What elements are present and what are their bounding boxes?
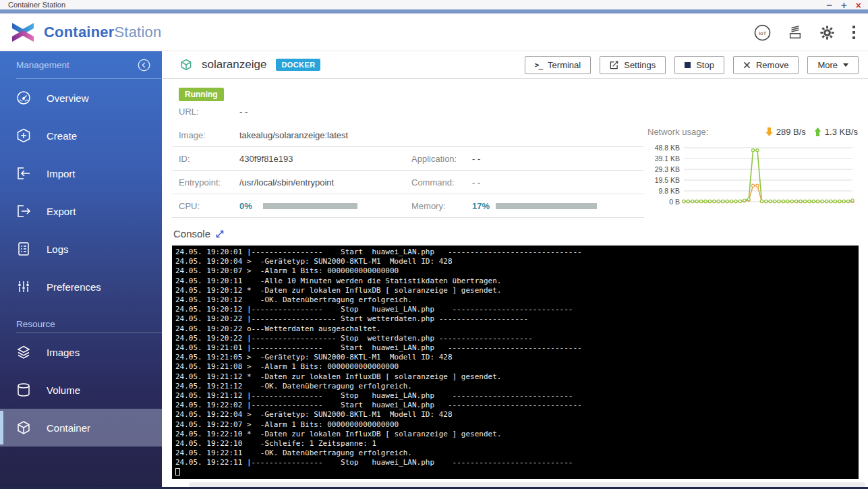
sidebar-item-label: Overview bbox=[47, 92, 89, 104]
create-hexagon-plus-icon bbox=[16, 127, 32, 144]
sidebar-item-volume[interactable]: Volume bbox=[0, 371, 162, 409]
console-output[interactable]: 24.05. 19:20:01 |---------------- Start … bbox=[172, 246, 859, 479]
edit-icon bbox=[610, 61, 618, 69]
app-header: ContainerStation IoT bbox=[0, 13, 868, 51]
entrypoint-value: /usr/local/sbin/entrypoint bbox=[239, 177, 334, 188]
url-label: URL: bbox=[179, 107, 239, 117]
console-line: 24.05. 19:20:12 |---------------- Stop h… bbox=[175, 305, 859, 314]
console-line: 24.05. 19:20:07 > -Alarm 1 Bits: 0000000… bbox=[175, 266, 859, 276]
detail-row-entrypoint: Entrypoint: /usr/local/sbin/entrypoint C… bbox=[172, 171, 644, 194]
command-value: - - bbox=[472, 177, 480, 188]
sidebar-item-import[interactable]: Import bbox=[0, 154, 162, 192]
svg-text:19.5 KB: 19.5 KB bbox=[655, 176, 680, 184]
gauge-icon bbox=[16, 90, 32, 106]
expand-console-icon[interactable] bbox=[215, 229, 225, 239]
id-value: 430f9f81e193 bbox=[239, 154, 293, 164]
sidebar-item-overview[interactable]: Overview bbox=[0, 79, 162, 117]
remove-button[interactable]: Remove bbox=[733, 56, 799, 74]
console-line: 24.05. 19:20:22 |------------------- Sta… bbox=[175, 314, 859, 324]
section-label-management: Management bbox=[16, 60, 69, 70]
console-line: 24.05. 19:21:08 > -Alarm 1 Bits: 0000000… bbox=[175, 362, 859, 372]
logs-document-icon bbox=[16, 241, 32, 257]
console-line: 24.05. 19:22:11 |---------------- Stop h… bbox=[175, 458, 859, 467]
entrypoint-label: Entrypoint: bbox=[179, 177, 239, 188]
window-controls: − + × bbox=[826, 0, 861, 11]
more-button[interactable]: More bbox=[807, 56, 859, 74]
sidebar: Management Overview Create bbox=[0, 51, 162, 489]
sidebar-item-label: Images bbox=[47, 347, 80, 358]
chevron-down-icon bbox=[843, 63, 848, 67]
sidebar-collapse-icon[interactable] bbox=[137, 58, 151, 72]
console-line: 24.05. 19:20:12 * -Daten zur lokalen Inf… bbox=[175, 286, 859, 295]
window-title: Container Station bbox=[8, 1, 65, 9]
svg-text:9.8 KB: 9.8 KB bbox=[658, 187, 680, 195]
detail-row-usage: CPU: 0% Memory: 17% bbox=[172, 194, 644, 218]
app-title: ContainerStation bbox=[44, 24, 161, 41]
application-label: Application: bbox=[411, 154, 472, 164]
memory-label: Memory: bbox=[411, 201, 472, 211]
sidebar-item-label: Container bbox=[47, 422, 90, 434]
sidebar-item-export[interactable]: Export bbox=[0, 192, 162, 230]
upload-arrow-icon bbox=[814, 127, 821, 136]
sidebar-item-container[interactable]: Container bbox=[0, 409, 162, 447]
sidebar-item-create[interactable]: Create bbox=[0, 117, 162, 154]
status-badge: Running bbox=[179, 88, 224, 101]
gear-icon[interactable] bbox=[819, 25, 835, 40]
container-cube-icon bbox=[179, 58, 193, 71]
sidebar-section-management: Management bbox=[0, 51, 162, 78]
console-line: 24.05. 19:21:12 |---------------- Stop h… bbox=[175, 391, 859, 401]
download-arrow-icon bbox=[765, 127, 773, 136]
download-rate: 289 B/s bbox=[765, 127, 806, 137]
upload-rate: 1.3 KB/s bbox=[814, 127, 858, 137]
main-content: solaranzeige DOCKER >_ Terminal Settings… bbox=[162, 51, 868, 489]
app-brand: ContainerStation bbox=[11, 13, 161, 51]
container-name: solaranzeige bbox=[202, 58, 266, 71]
sidebar-item-label: Export bbox=[47, 206, 76, 217]
import-icon bbox=[16, 165, 32, 181]
detail-row-image: Image: takealug/solaranzeige:latest bbox=[172, 123, 644, 147]
container-details: URL: - - Image: takealug/solaranzeige:la… bbox=[172, 100, 644, 218]
sidebar-item-preferences[interactable]: Preferences bbox=[0, 268, 162, 306]
id-label: ID: bbox=[179, 154, 239, 164]
detail-row-url: URL: - - bbox=[172, 100, 644, 123]
container-page-header: solaranzeige DOCKER >_ Terminal Settings… bbox=[162, 51, 868, 79]
console-line: 24.05. 19:22:10 -Schleife: 1 Zeitspanne:… bbox=[175, 439, 859, 449]
network-usage-label: Network usage: bbox=[647, 127, 708, 137]
console-line: 24.05. 19:20:22 |------------------- Sto… bbox=[175, 334, 859, 343]
maximize-button[interactable]: + bbox=[841, 0, 847, 11]
network-legend: 289 B/s 1.3 KB/s bbox=[765, 127, 858, 137]
more-menu-icon[interactable] bbox=[852, 25, 856, 40]
console-cursor bbox=[175, 468, 180, 476]
cube-icon bbox=[16, 420, 32, 436]
close-button[interactable]: × bbox=[856, 0, 861, 11]
cpu-progress-bar bbox=[263, 203, 357, 209]
sidebar-item-logs[interactable]: Logs bbox=[0, 230, 162, 268]
terminal-button[interactable]: >_ Terminal bbox=[525, 56, 591, 74]
container-station-window: Container Station − + × ContainerStati bbox=[0, 0, 868, 489]
sidebar-item-label: Preferences bbox=[47, 281, 101, 293]
console-line: 24.05. 19:20:22 o---Wetterdaten ausgesch… bbox=[175, 324, 859, 334]
sidebar-item-label: Import bbox=[47, 168, 76, 179]
svg-text:IoT: IoT bbox=[759, 30, 767, 36]
background-tasks-icon[interactable] bbox=[788, 25, 803, 40]
sidebar-gap bbox=[0, 306, 162, 315]
remove-x-icon bbox=[743, 61, 751, 69]
console-line: 24.05. 19:22:02 |---------------- Start … bbox=[175, 401, 859, 410]
iot-icon[interactable]: IoT bbox=[754, 24, 771, 41]
stop-button[interactable]: Stop bbox=[674, 56, 724, 74]
minimize-button[interactable]: − bbox=[826, 0, 832, 11]
console-line: 24.05. 19:21:12 -OK. Datenübertragung er… bbox=[175, 382, 859, 391]
layers-icon bbox=[16, 344, 32, 360]
console-line: 24.05. 19:20:11 -Alle 10 Minuten werden … bbox=[175, 277, 859, 286]
url-value: - - bbox=[239, 107, 248, 117]
image-label: Image: bbox=[179, 130, 239, 140]
horizontal-scrollbar[interactable] bbox=[189, 482, 865, 487]
cpu-label: CPU: bbox=[179, 201, 239, 211]
sidebar-item-images[interactable]: Images bbox=[0, 333, 162, 371]
console-line: 24.05. 19:21:05 > -Gerätetyp: SUN2000-8K… bbox=[175, 353, 859, 362]
memory-progress-bar bbox=[496, 203, 597, 209]
svg-text:48.8 KB: 48.8 KB bbox=[655, 144, 680, 152]
os-titlebar: Container Station bbox=[0, 0, 868, 9]
settings-button[interactable]: Settings bbox=[600, 56, 666, 74]
network-chart: 48.8 KB39.1 KB29.3 KB19.5 KB9.8 KB0 B bbox=[647, 140, 858, 208]
